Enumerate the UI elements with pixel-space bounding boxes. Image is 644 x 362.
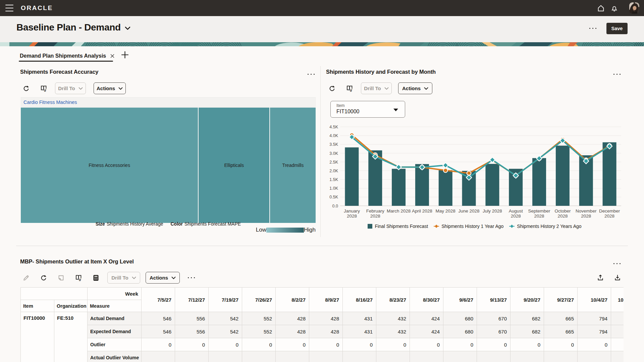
column-header[interactable]: 9/27/27 <box>544 288 578 312</box>
value-cell[interactable]: 665 <box>544 312 578 325</box>
value-cell[interactable] <box>376 351 410 362</box>
value-cell[interactable] <box>309 351 343 362</box>
bar-may-2028[interactable] <box>439 170 452 206</box>
value-cell[interactable]: 556 <box>175 325 209 338</box>
value-cell[interactable]: 432 <box>376 325 410 338</box>
value-cell[interactable]: 546 <box>142 325 175 338</box>
save-button[interactable]: Save <box>606 23 628 34</box>
home-button[interactable] <box>597 4 605 12</box>
value-cell[interactable]: 0 <box>309 338 343 351</box>
value-cell[interactable] <box>209 351 242 362</box>
actions-button[interactable]: Actions <box>398 82 432 94</box>
value-cell[interactable] <box>175 351 209 362</box>
manage-table-button[interactable]: # <box>343 83 356 94</box>
value-cell[interactable]: 432 <box>376 312 410 325</box>
value-cell[interactable]: 546 <box>142 312 175 325</box>
value-cell[interactable]: 670 <box>477 312 511 325</box>
value-cell[interactable] <box>142 351 175 362</box>
treemap-group-header[interactable]: Cardio Fitness Machines <box>21 97 316 107</box>
panel-overflow-button[interactable] <box>612 262 622 265</box>
value-cell[interactable] <box>511 351 544 362</box>
column-header[interactable]: 7/12/27 <box>175 288 209 312</box>
value-cell[interactable]: 680 <box>443 325 477 338</box>
edit-button[interactable] <box>20 272 32 284</box>
user-avatar[interactable] <box>629 2 639 14</box>
value-cell[interactable] <box>611 351 624 362</box>
value-cell[interactable]: 552 <box>242 312 276 325</box>
value-cell[interactable]: 556 <box>175 312 209 325</box>
column-header[interactable]: 10/11/27 <box>611 288 624 312</box>
value-cell[interactable]: 431 <box>343 325 376 338</box>
value-cell[interactable] <box>343 351 376 362</box>
plan-switcher-chevron[interactable] <box>125 26 130 30</box>
panel-overflow-button[interactable] <box>612 72 622 76</box>
value-cell[interactable]: 428 <box>276 325 309 338</box>
bar-december-2028[interactable] <box>603 142 616 206</box>
value-cell[interactable]: 0 <box>343 338 376 351</box>
value-cell[interactable] <box>611 325 624 338</box>
value-cell[interactable]: 0 <box>276 338 309 351</box>
value-cell[interactable] <box>242 351 276 362</box>
column-header[interactable]: 7/19/27 <box>209 288 242 312</box>
bar-october-2028[interactable] <box>556 145 570 206</box>
value-cell[interactable]: 0 <box>544 338 578 351</box>
value-cell[interactable]: 0 <box>410 338 443 351</box>
toolbar-overflow-button[interactable] <box>186 276 196 280</box>
column-header[interactable]: 7/5/27 <box>142 288 175 312</box>
value-cell[interactable]: 794 <box>578 325 611 338</box>
calculator-button[interactable] <box>90 272 102 284</box>
value-cell[interactable]: 665 <box>544 325 578 338</box>
share-button[interactable] <box>597 274 604 281</box>
value-cell[interactable]: 428 <box>276 312 309 325</box>
refresh-button[interactable] <box>38 272 50 284</box>
value-cell[interactable]: 0 <box>142 338 175 351</box>
value-cell[interactable]: 542 <box>209 325 242 338</box>
value-cell[interactable]: 424 <box>410 312 443 325</box>
value-cell[interactable] <box>443 351 477 362</box>
value-cell[interactable] <box>578 351 611 362</box>
value-cell[interactable]: 680 <box>443 312 477 325</box>
drill-to-button[interactable]: Drill To <box>55 82 86 94</box>
column-header[interactable]: 9/6/27 <box>443 288 477 312</box>
treemap-node-treadmills[interactable]: Treadmills <box>270 108 316 223</box>
value-cell[interactable]: 670 <box>477 325 511 338</box>
value-cell[interactable]: 0 <box>443 338 477 351</box>
notifications-button[interactable] <box>610 4 618 12</box>
pivot-table-container[interactable]: Week7/5/277/12/277/19/277/26/278/2/278/9… <box>20 287 624 362</box>
value-cell[interactable]: 431 <box>343 312 376 325</box>
bar-january-2028[interactable] <box>345 147 359 206</box>
actions-button[interactable]: Actions <box>146 272 180 284</box>
treemap-node-fitness-accessories[interactable]: Fitness Accessories <box>21 108 198 223</box>
value-cell[interactable] <box>410 351 443 362</box>
column-header[interactable]: 10/4/27 <box>578 288 611 312</box>
value-cell[interactable]: 0 <box>209 338 242 351</box>
bar-september-2028[interactable] <box>532 158 546 206</box>
value-cell[interactable]: 428 <box>309 325 343 338</box>
value-cell[interactable]: 542 <box>209 312 242 325</box>
bar-march-2028[interactable] <box>392 169 406 206</box>
drill-to-button[interactable]: Drill To <box>361 82 392 94</box>
value-cell[interactable]: 682 <box>511 325 544 338</box>
add-tab-button[interactable] <box>121 51 129 59</box>
marker-circle[interactable] <box>443 168 448 173</box>
value-cell[interactable]: 0 <box>477 338 511 351</box>
drill-to-button[interactable]: Drill To <box>107 272 140 284</box>
combo-chart[interactable]: 0.00.5K1.0K1.5K2.0K2.5K3.0K3.5K4.0K4.5KJ… <box>325 125 624 222</box>
column-header[interactable]: 9/13/27 <box>477 288 511 312</box>
manage-table-button[interactable]: # <box>72 272 85 284</box>
refresh-button[interactable] <box>326 83 338 94</box>
value-cell[interactable]: 424 <box>410 325 443 338</box>
download-button[interactable] <box>614 274 621 281</box>
page-overflow-button[interactable] <box>588 26 598 30</box>
panel-overflow-button[interactable] <box>306 72 316 76</box>
item-filter-select[interactable]: Item FIT10000 <box>330 101 405 118</box>
value-cell[interactable] <box>544 351 578 362</box>
bar-july-2028[interactable] <box>485 164 499 206</box>
column-header[interactable]: 9/20/27 <box>511 288 544 312</box>
actions-button[interactable]: Actions <box>94 82 126 94</box>
manage-table-button[interactable]: # <box>38 83 50 94</box>
value-cell[interactable]: 0 <box>511 338 544 351</box>
column-header[interactable]: 8/9/27 <box>309 288 343 312</box>
value-cell[interactable] <box>276 351 309 362</box>
value-cell[interactable]: 428 <box>309 312 343 325</box>
